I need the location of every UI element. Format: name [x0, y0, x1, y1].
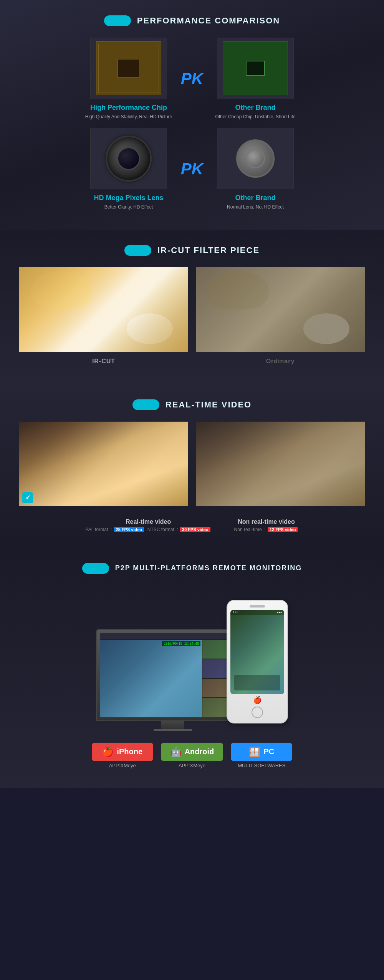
our-chip-image [90, 38, 167, 99]
pal-label: PAL format [86, 527, 108, 532]
chip-pcb-visual [96, 41, 161, 95]
our-chip-sub: High Quality And Stability, Real HD Pict… [84, 114, 173, 120]
iphone-app-label: APP:XMeye [109, 763, 136, 768]
chip-comparison-row: High Performance Chip High Quality And S… [0, 38, 384, 120]
realtime-section: REAL-TIME VIDEO ✓ Real-time video PAL fo… [0, 384, 384, 548]
other-lens-item: Other Brand Normal Lens, Not HD Effect [211, 128, 300, 210]
our-lens-image [90, 128, 167, 189]
other-chip-title: Other Brand [211, 104, 300, 112]
ircut-title: IR-CUT FILTER PIECE [157, 245, 260, 255]
iphone-badge-btn[interactable]: 🍎 iPhone [92, 743, 153, 761]
p2p-title: P2P MULTI-PLATFORMS REMOTE MONITORING [115, 564, 302, 572]
lens-comparison-row: HD Mega Pixels Lens Better Clarity, HD E… [0, 128, 384, 210]
our-chip-item: High Performance Chip High Quality And S… [84, 38, 173, 120]
blue-pill-icon [104, 15, 131, 26]
apple-logo-icon: 🍎 [230, 696, 284, 704]
blue-pill-realtime [132, 399, 159, 410]
p2p-header: P2P MULTI-PLATFORMS REMOTE MONITORING [0, 548, 384, 585]
other-lens-visual [236, 139, 275, 178]
pc-icon: 🪟 [249, 747, 260, 757]
ircut-image-pair [0, 267, 384, 352]
performance-section: PERFORMANCE COMPARISON High Performance … [0, 0, 384, 230]
ntsc-label: NTSC format [147, 527, 174, 532]
iphone-body: 9:41 ●●● 🍎 [227, 600, 288, 723]
dog-girl-dull-img [196, 267, 365, 352]
iphone-device: 9:41 ●●● 🍎 [227, 600, 288, 723]
realtime-left-title: Real-time video [86, 518, 211, 525]
fps25-badge: 25 FPS video [114, 527, 144, 532]
other-chip-sub: Other Cheap Chip, Unstable, Short Life [211, 114, 300, 120]
realtime-left-sub: PAL format : 25 FPS video NTSC format : … [86, 527, 211, 532]
realtime-title: REAL-TIME VIDEO [166, 400, 252, 410]
green-pcb-visual [223, 41, 288, 95]
ircut-section: IR-CUT FILTER PIECE IR-CUT Ordinary [0, 230, 384, 384]
realtime-right-info: Non real-time video Non real-time : 12 F… [234, 518, 299, 532]
ircut-label-right: Ordinary [266, 358, 295, 364]
platform-badges: 🍎 iPhone APP:XMeye 🤖 Android APP:XMeye 🪟… [0, 743, 384, 768]
performance-header: PERFORMANCE COMPARISON [0, 0, 384, 38]
other-lens-title: Other Brand [211, 194, 300, 202]
our-lens-item: HD Mega Pixels Lens Better Clarity, HD E… [84, 128, 173, 210]
realtime-left-info: Real-time video PAL format : 25 FPS vide… [86, 518, 211, 532]
blue-pill-p2p [82, 563, 109, 574]
pk-label-1: PK [173, 70, 211, 88]
p2p-section: P2P MULTI-PLATFORMS REMOTE MONITORING 20… [0, 548, 384, 788]
android-icon: 🤖 [170, 747, 182, 757]
monitor-mockup: 2016/09/19 13:34:48 [0, 585, 384, 731]
pc-platform[interactable]: 🪟 PC MULTI-SOFTWARES [231, 743, 292, 768]
realtime-image-pair: ✓ [0, 422, 384, 506]
chip-center-part [117, 59, 140, 78]
blue-pill-ircut [124, 245, 151, 256]
nonrealtime-label: Non real-time [234, 527, 262, 532]
checkmark-badge: ✓ [22, 492, 33, 503]
android-platform[interactable]: 🤖 Android APP:XMeye [161, 743, 223, 768]
imac-stand [161, 721, 184, 729]
realtime-right-sub: Non real-time : 12 FPS video [234, 527, 299, 532]
performance-title: PERFORMANCE COMPARISON [137, 16, 280, 26]
android-badge-btn[interactable]: 🤖 Android [161, 743, 223, 761]
other-lens-image [217, 128, 294, 189]
ircut-label-left-col: IR-CUT [19, 358, 188, 365]
pc-label: PC [263, 747, 274, 756]
iphone-screen: 9:41 ●●● [230, 610, 284, 694]
android-app-label: APP:XMeye [179, 763, 205, 768]
iphone-home-button [252, 707, 263, 718]
android-label: Android [185, 747, 214, 756]
ircut-image-labels: IR-CUT Ordinary [0, 358, 384, 365]
iphone-icon: 🍎 [102, 747, 114, 757]
ircut-label-right-col: Ordinary [196, 358, 365, 365]
realtime-right-image [196, 422, 365, 506]
other-chip-item: Other Brand Other Cheap Chip, Unstable, … [211, 38, 300, 120]
other-lens-inner [246, 149, 265, 168]
iphone-label: iPhone [117, 747, 142, 756]
pk-label-2: PK [173, 160, 211, 178]
ircut-left-image [19, 267, 188, 352]
pc-app-label: MULTI-SOFTWARES [238, 763, 285, 768]
our-lens-inner [117, 147, 140, 170]
other-lens-sub: Normal Lens, Not HD Effect [211, 204, 300, 210]
our-lens-visual [106, 136, 152, 182]
realtime-header: REAL-TIME VIDEO [0, 384, 384, 422]
fps30-badge: 30 FPS video [180, 527, 210, 532]
realtime-left-visual [19, 422, 188, 506]
green-pcb-center [246, 61, 265, 76]
pc-badge-btn[interactable]: 🪟 PC [231, 743, 292, 761]
our-lens-sub: Better Clarity, HD Effect [84, 204, 173, 210]
imac-screen: 2016/09/19 13:34:48 [100, 633, 246, 717]
realtime-left-image: ✓ [19, 422, 188, 506]
video-info-row: Real-time video PAL format : 25 FPS vide… [0, 512, 384, 532]
realtime-right-visual [196, 422, 365, 506]
fps12-badge: 12 FPS video [268, 527, 298, 532]
our-chip-title: High Performance Chip [84, 104, 173, 112]
ircut-right-image [196, 267, 365, 352]
iphone-platform[interactable]: 🍎 iPhone APP:XMeye [92, 743, 153, 768]
our-lens-title: HD Mega Pixels Lens [84, 194, 173, 202]
dog-girl-vivid-img [19, 267, 188, 352]
ircut-header: IR-CUT FILTER PIECE [0, 230, 384, 267]
ircut-label-left: IR-CUT [92, 358, 115, 364]
other-chip-image [217, 38, 294, 99]
imac-base [154, 729, 192, 731]
realtime-right-title: Non real-time video [234, 518, 299, 525]
